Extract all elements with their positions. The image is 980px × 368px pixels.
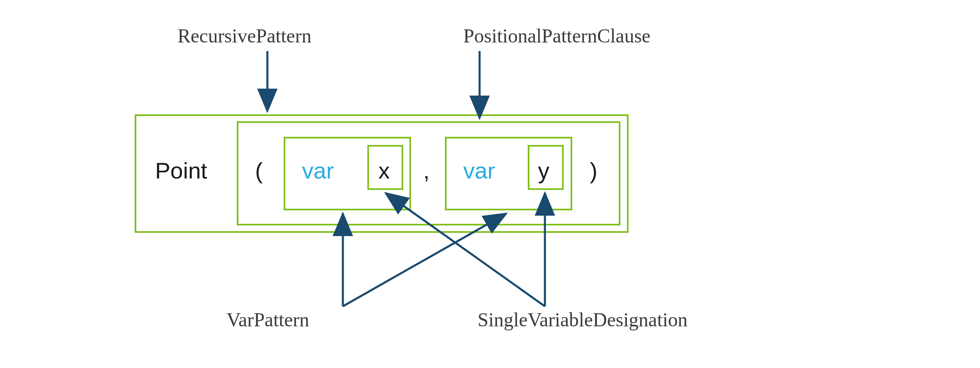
label-recursive-pattern: RecursivePattern <box>178 25 311 47</box>
label-positional-pattern-clause: PositionalPatternClause <box>463 25 651 47</box>
token-name-1: x <box>378 157 390 184</box>
token-close-paren: ) <box>590 157 598 184</box>
token-comma: , <box>423 157 430 184</box>
token-name-2: y <box>538 157 549 184</box>
token-type-name: Point <box>155 157 207 184</box>
token-open-paren: ( <box>255 157 263 184</box>
token-var-1: var <box>302 157 334 184</box>
label-single-variable-designation: SingleVariableDesignation <box>478 308 688 331</box>
label-var-pattern: VarPattern <box>227 308 309 331</box>
token-var-2: var <box>463 157 495 184</box>
